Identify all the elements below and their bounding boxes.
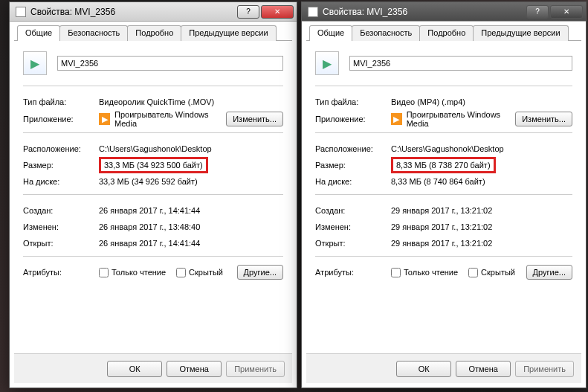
app-value: Проигрыватель Windows Media (114, 110, 226, 128)
tab-previous-versions[interactable]: Предыдущие версии (473, 25, 568, 41)
readonly-checkbox[interactable]: Только чтение (99, 268, 166, 277)
cancel-button[interactable]: Отмена (456, 361, 511, 377)
tabstrip: Общие Безопасность Подробно Предыдущие в… (14, 25, 292, 41)
properties-window-right: Свойства: MVI_2356 ? ✕ Общие Безопасност… (301, 1, 587, 388)
opened-value: 29 января 2017 г., 13:21:02 (391, 239, 572, 248)
app-label: Приложение: (23, 115, 99, 123)
window-icon (308, 7, 318, 17)
tab-content-general: ▶ Тип файла:Видеоролик QuickTime (.MOV) … (14, 41, 292, 288)
window-icon (16, 7, 26, 17)
size-value-highlighted: 33,3 МБ (34 923 500 байт) (99, 157, 208, 173)
filename-input[interactable] (349, 56, 572, 71)
separator (315, 86, 572, 86)
file-type-icon: ▶ (315, 51, 339, 75)
properties-window-left: Свойства: MVI_2356 ? ✕ Общие Безопасност… (9, 1, 297, 388)
close-button[interactable]: ✕ (550, 5, 583, 19)
size-value-highlighted: 8,33 МБ (8 738 270 байт) (391, 157, 496, 173)
wmp-icon: ▶ (391, 113, 402, 125)
separator (315, 256, 572, 257)
hidden-checkbox[interactable]: Скрытый (468, 268, 515, 277)
ok-button[interactable]: ОК (396, 361, 451, 377)
cancel-button[interactable]: Отмена (167, 361, 222, 377)
tab-details[interactable]: Подробно (127, 25, 181, 41)
opened-value: 26 января 2017 г., 14:41:44 (99, 239, 283, 248)
location-label: Расположение: (23, 144, 99, 153)
filetype-value: Видео (MP4) (.mp4) (391, 97, 572, 106)
window-controls: ? ✕ (525, 5, 583, 19)
hidden-checkbox[interactable]: Скрытый (176, 268, 223, 277)
dialog-footer: ОК Отмена Применить (14, 353, 292, 383)
location-label: Расположение: (315, 144, 391, 153)
created-label: Создан: (23, 206, 99, 215)
separator (315, 194, 572, 195)
modified-value: 29 января 2017 г., 13:21:02 (391, 222, 572, 231)
readonly-checkbox[interactable]: Только чтение (391, 268, 458, 277)
window-title: Свойства: MVI_2356 (323, 7, 525, 17)
change-app-button[interactable]: Изменить... (515, 112, 572, 126)
client-area: Общие Безопасность Подробно Предыдущие в… (14, 25, 292, 383)
help-button[interactable]: ? (237, 5, 259, 19)
size-label: Размер: (23, 161, 99, 170)
apply-button[interactable]: Применить (515, 361, 574, 377)
created-label: Создан: (315, 206, 391, 215)
tab-security[interactable]: Безопасность (59, 25, 128, 41)
location-value: C:\Users\Gagushonok\Desktop (99, 144, 283, 153)
filename-input[interactable] (57, 56, 283, 71)
client-area: Общие Безопасность Подробно Предыдущие в… (306, 25, 581, 383)
other-attributes-button[interactable]: Другие... (237, 265, 283, 280)
ondisk-label: На диске: (315, 177, 391, 186)
tab-details[interactable]: Подробно (419, 25, 474, 41)
app-label: Приложение: (315, 115, 391, 123)
close-button[interactable]: ✕ (261, 5, 294, 19)
tabstrip: Общие Безопасность Подробно Предыдущие в… (306, 25, 581, 41)
ondisk-value: 8,33 МБ (8 740 864 байт) (391, 177, 572, 186)
attributes-label: Атрибуты: (23, 268, 99, 277)
modified-label: Изменен: (23, 222, 99, 231)
wmp-icon: ▶ (99, 113, 110, 125)
filetype-label: Тип файла: (315, 97, 391, 106)
filetype-value: Видеоролик QuickTime (.MOV) (99, 97, 283, 106)
separator (23, 132, 283, 133)
tab-security[interactable]: Безопасность (352, 25, 420, 41)
filetype-label: Тип файла: (23, 97, 99, 106)
window-title: Свойства: MVI_2356 (30, 7, 236, 17)
titlebar[interactable]: Свойства: MVI_2356 ? ✕ (10, 2, 297, 22)
location-value: C:\Users\Gagushonok\Desktop (391, 144, 572, 153)
created-value: 26 января 2017 г., 14:41:44 (99, 206, 283, 215)
separator (23, 86, 283, 86)
titlebar[interactable]: Свойства: MVI_2356 ? ✕ (302, 2, 586, 22)
other-attributes-button[interactable]: Другие... (526, 265, 572, 280)
created-value: 29 января 2017 г., 13:21:02 (391, 206, 572, 215)
change-app-button[interactable]: Изменить... (226, 112, 283, 126)
window-controls: ? ✕ (236, 5, 294, 19)
tab-previous-versions[interactable]: Предыдущие версии (181, 25, 276, 41)
opened-label: Открыт: (315, 239, 391, 248)
ondisk-label: На диске: (23, 177, 99, 186)
file-type-icon: ▶ (23, 51, 47, 75)
tab-general[interactable]: Общие (309, 25, 352, 41)
ondisk-value: 33,3 МБ (34 926 592 байт) (99, 177, 283, 186)
size-label: Размер: (315, 161, 391, 170)
separator (23, 194, 283, 195)
tab-content-general: ▶ Тип файла:Видео (MP4) (.mp4) Приложени… (306, 41, 581, 288)
tab-general[interactable]: Общие (17, 25, 60, 41)
separator (23, 256, 283, 257)
ok-button[interactable]: ОК (107, 361, 162, 377)
dialog-footer: ОК Отмена Применить (306, 353, 581, 383)
modified-label: Изменен: (315, 222, 391, 231)
help-button[interactable]: ? (526, 5, 549, 19)
attributes-label: Атрибуты: (315, 268, 391, 277)
apply-button[interactable]: Применить (226, 361, 285, 377)
opened-label: Открыт: (23, 239, 99, 248)
modified-value: 26 января 2017 г., 13:48:40 (99, 222, 283, 231)
separator (315, 132, 572, 133)
app-value: Проигрыватель Windows Media (407, 110, 516, 128)
